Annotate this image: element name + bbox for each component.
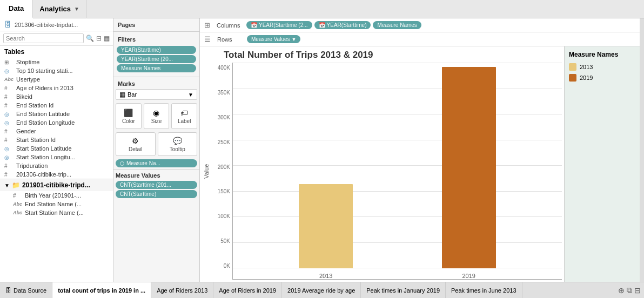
item-label: Bikeid: [16, 93, 32, 100]
hash-icon: #: [4, 94, 14, 100]
measure-values-title: Measure Values: [116, 172, 197, 179]
color-button[interactable]: ⬛ Color: [116, 103, 142, 129]
y-axis-ticks: 400K 350K 300K 250K 200K 150K 100K 50K 0…: [211, 63, 232, 280]
tab-peak-june[interactable]: Peak times in June 2013: [446, 282, 522, 299]
tab-age-2019[interactable]: Age of Riders in 2019: [213, 282, 282, 299]
list-item[interactable]: # End Station Id: [0, 101, 113, 110]
rows-grid-icon: ☰: [202, 35, 213, 43]
hash-icon: #: [4, 163, 14, 169]
list-item[interactable]: # Tripduration: [0, 161, 113, 170]
calendar-icon-2: 📅: [319, 22, 325, 28]
chart-area: ⊞ Columns 📅 YEAR(Starttime (2... 📅 YEAR(…: [200, 18, 640, 282]
analytics-tab[interactable]: Analytics ▼: [33, 0, 86, 18]
hash-icon: #: [4, 128, 14, 134]
cnt-pill-1[interactable]: CNT(Starttime (201...: [116, 181, 197, 189]
item-label: Start Station Id: [16, 137, 56, 143]
rows-pill-dropdown[interactable]: ▼: [292, 37, 297, 42]
geo-icon: ◎: [4, 68, 14, 74]
columns-shelf: ⊞ Columns 📅 YEAR(Starttime (2... 📅 YEAR(…: [200, 18, 640, 32]
bar-2013[interactable]: [299, 184, 353, 268]
rows-label: Rows: [215, 36, 245, 43]
search-icon[interactable]: 🔍: [86, 35, 94, 42]
column-pill-1[interactable]: 📅 YEAR(Starttime (2...: [246, 21, 312, 29]
search-input[interactable]: [3, 33, 84, 43]
filter-pill-1[interactable]: YEAR(Starttime): [117, 46, 196, 54]
rows-pill[interactable]: Measure Values ▼: [247, 35, 300, 43]
right-scrollbar[interactable]: [640, 18, 644, 282]
list-item[interactable]: # Start Station Id: [0, 136, 113, 144]
tab-age-2013[interactable]: Age of Riders 2013: [151, 282, 213, 299]
list-item[interactable]: ◎ End Station Longitude: [0, 118, 113, 127]
tooltip-icon: 💬: [173, 137, 182, 145]
legend-panel: Measure Names 2013 2019: [564, 46, 640, 282]
legend-item-2019[interactable]: 2019: [569, 72, 635, 83]
filter-icon[interactable]: ⊟: [96, 35, 102, 42]
list-item[interactable]: ◎ End Station Latitude: [0, 110, 113, 118]
list-item[interactable]: # 201306-citibike-trip...: [0, 170, 113, 179]
center-panel: Pages Filters YEAR(Starttime) YEAR(Start…: [113, 18, 200, 282]
marks-type-selector[interactable]: ▦ Bar ▼: [116, 89, 197, 100]
y-tick: 300K: [218, 114, 230, 120]
list-item[interactable]: # Age of Riders in 2013: [0, 84, 113, 92]
list-item[interactable]: # Bikeid: [0, 92, 113, 101]
group-header[interactable]: ▼ 📁 201901-citibike-tripd...: [0, 179, 113, 191]
hash-icon: #: [13, 193, 23, 199]
tooltip-button[interactable]: 💬 Tooltip: [158, 132, 198, 156]
tab-data-source[interactable]: 🗄 Data Source: [0, 282, 52, 299]
item-label: Top 10 starting stati...: [16, 67, 73, 74]
list-item[interactable]: Abc Start Station Name (...: [0, 208, 113, 217]
pages-label: Pages: [118, 22, 195, 28]
list-item[interactable]: Abc End Station Name (...: [0, 200, 113, 208]
list-item[interactable]: Abc Usertype: [0, 75, 113, 84]
list-item[interactable]: # Gender: [0, 127, 113, 136]
list-item[interactable]: ◎ Top 10 starting stati...: [0, 66, 113, 75]
chart-container: Total Number of Trips 2013 & 2019 Value …: [200, 46, 564, 282]
bar-2019[interactable]: [442, 67, 496, 268]
geo-icon: ◎: [4, 154, 14, 160]
filter-pill-3[interactable]: Measure Names: [117, 64, 196, 72]
legend-title: Measure Names: [569, 51, 635, 58]
column-pill-2[interactable]: 📅 YEAR(Starttime): [314, 21, 371, 29]
list-item[interactable]: ◎ Start Station Longitu...: [0, 153, 113, 161]
table-list: ⊞ Stoptime ◎ Top 10 starting stati... Ab…: [0, 58, 113, 282]
hash-icon: #: [4, 85, 14, 91]
y-tick: 250K: [218, 139, 230, 145]
list-item[interactable]: ◎ Start Station Latitude: [0, 144, 113, 153]
y-tick: 400K: [218, 65, 230, 71]
label-button[interactable]: 🏷 Label: [171, 103, 197, 129]
item-label: Tripduration: [16, 162, 48, 169]
hash-icon: #: [4, 103, 14, 109]
filter-pill-2[interactable]: YEAR(Starttime (20...: [117, 55, 196, 63]
new-sheet-icon[interactable]: ⊕: [618, 286, 625, 295]
data-tab[interactable]: Data: [0, 0, 33, 18]
marks-type-dropdown-icon[interactable]: ▼: [188, 92, 193, 98]
columns-grid-icon: ⊞: [202, 21, 212, 29]
size-button[interactable]: ◉ Size: [144, 103, 170, 129]
list-item[interactable]: # Birth Year (201901-...: [0, 191, 113, 200]
analytics-dropdown-icon[interactable]: ▼: [74, 6, 79, 12]
legend-item-2013[interactable]: 2013: [569, 62, 635, 72]
tab-avg-ride[interactable]: 2019 Average ride by age: [282, 282, 361, 299]
item-label: Age of Riders in 2013: [16, 85, 73, 91]
duplicate-sheet-icon[interactable]: ⧉: [627, 286, 632, 295]
x-label-2019: 2019: [462, 273, 475, 279]
abc-icon: Abc: [13, 201, 23, 207]
new-dashboard-icon[interactable]: ⊟: [634, 286, 641, 295]
color-icon: ⬛: [124, 109, 133, 117]
item-label: End Station Name (...: [25, 201, 82, 207]
detail-icon: ⚙: [132, 137, 139, 145]
data-source-icon: 🗄: [5, 287, 11, 294]
list-item[interactable]: ⊞ Stoptime: [0, 58, 113, 66]
measure-na-label: Measure Na...: [126, 160, 160, 166]
tab-peak-jan[interactable]: Peak times in January 2019: [361, 282, 446, 299]
cnt-pill-2[interactable]: CNT(Starttime): [116, 190, 197, 198]
view-toggle-icon[interactable]: ▦: [104, 35, 110, 42]
column-pill-3[interactable]: Measure Names: [373, 21, 421, 29]
chart-plot: 2013 2019: [232, 63, 562, 280]
item-label: Start Station Longitu...: [16, 154, 75, 160]
label-icon: 🏷: [180, 109, 188, 117]
detail-button[interactable]: ⚙ Detail: [116, 132, 156, 156]
db-icon: 🗄: [4, 21, 11, 29]
measure-na-pill[interactable]: Measure Na...: [116, 159, 197, 167]
tab-total-count[interactable]: total count of trips in 2019 in ...: [52, 282, 151, 299]
